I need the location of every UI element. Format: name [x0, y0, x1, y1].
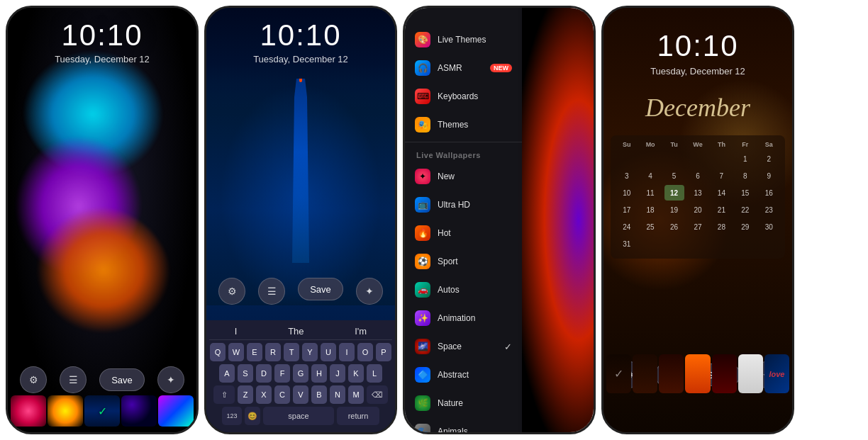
- key-t[interactable]: T: [284, 343, 299, 361]
- menu-item-animation[interactable]: ✨ Animation: [405, 304, 522, 332]
- s2-gear-icon[interactable]: ✦: [356, 278, 383, 305]
- key-y[interactable]: Y: [302, 343, 318, 361]
- key-u[interactable]: U: [321, 343, 336, 361]
- key-n[interactable]: N: [330, 385, 345, 404]
- cal-cell: 3: [617, 168, 637, 184]
- key-b[interactable]: B: [311, 385, 327, 404]
- menu-item-autos[interactable]: 🚗 Autos: [405, 276, 522, 304]
- menu-item-asmr[interactable]: 🎧 ASMR NEW: [405, 54, 522, 82]
- key-l[interactable]: L: [367, 364, 382, 383]
- cal-cell: [735, 236, 755, 252]
- thumb-neon[interactable]: [158, 395, 194, 427]
- s4-thumb-love[interactable]: love: [764, 354, 789, 393]
- cal-mo: Mo: [640, 141, 660, 148]
- key-f[interactable]: F: [274, 364, 290, 383]
- key-emoji[interactable]: 😊: [245, 407, 260, 425]
- menu-item-sport[interactable]: ⚽ Sport: [405, 247, 522, 276]
- s2-save-button[interactable]: Save: [298, 278, 343, 300]
- menu-item-hot[interactable]: 🔥 Hot: [405, 219, 522, 247]
- suggestion-3[interactable]: I'm: [355, 326, 367, 337]
- asmr-badge: NEW: [490, 64, 512, 72]
- key-return[interactable]: return: [337, 407, 379, 425]
- s4-month-label: December: [603, 93, 792, 123]
- gear-icon[interactable]: ✦: [157, 366, 184, 393]
- menu-item-space[interactable]: 🌌 Space ✓: [405, 332, 522, 361]
- menu-item-new[interactable]: ✦ New: [405, 162, 522, 191]
- cal-cell: 22: [735, 202, 755, 218]
- keyboards-icon: ⌨: [415, 89, 430, 104]
- cal-cell: [664, 236, 684, 252]
- asmr-label: ASMR: [438, 63, 483, 73]
- cal-sa: Sa: [759, 141, 779, 148]
- keyboard[interactable]: I The I'm Q W E R T Y U I O P A S D F G …: [206, 320, 395, 432]
- key-q[interactable]: Q: [210, 343, 226, 361]
- thumb-burst[interactable]: [48, 395, 83, 427]
- s4-time: 10:10: [603, 29, 792, 63]
- autos-icon: 🚗: [415, 282, 430, 298]
- key-h[interactable]: H: [311, 364, 327, 383]
- cal-cell: 30: [759, 219, 779, 235]
- settings-icon[interactable]: ⚙: [20, 366, 47, 393]
- s2-list-icon[interactable]: ☰: [258, 278, 285, 305]
- animals-label: Animals: [438, 427, 512, 434]
- keyboard-row-4: 123 😊 space return: [209, 407, 392, 425]
- save-button[interactable]: Save: [99, 368, 145, 391]
- cal-row-4: 17 18 19 20 21 22 23: [615, 202, 781, 218]
- key-z[interactable]: Z: [238, 385, 253, 404]
- cal-cell: 11: [640, 185, 660, 201]
- key-o[interactable]: O: [357, 343, 373, 361]
- autos-label: Autos: [438, 285, 512, 295]
- menu-item-keyboards[interactable]: ⌨ Keyboards: [405, 82, 522, 111]
- menu-item-nature[interactable]: 🌿 Nature: [405, 389, 522, 417]
- menu-item-live-themes[interactable]: 🎨 Live Themes: [405, 26, 522, 54]
- live-themes-label: Live Themes: [438, 35, 512, 45]
- menu-item-abstract[interactable]: 🔷 Abstract: [405, 361, 522, 389]
- s2-settings-icon[interactable]: ⚙: [218, 278, 245, 305]
- s4-thumb-1[interactable]: ✓: [606, 354, 631, 393]
- key-shift[interactable]: ⇧: [213, 385, 235, 404]
- suggestion-2[interactable]: The: [288, 326, 304, 337]
- key-123[interactable]: 123: [222, 407, 242, 425]
- key-k[interactable]: K: [348, 364, 364, 383]
- key-w[interactable]: W: [228, 343, 244, 361]
- key-x[interactable]: X: [256, 385, 272, 404]
- suggestion-1[interactable]: I: [235, 326, 238, 337]
- cal-fr: Fr: [735, 141, 755, 148]
- thumb-city-selected[interactable]: ✓: [84, 395, 120, 427]
- menu-item-ultrahd[interactable]: 📺 Ultra HD: [405, 191, 522, 219]
- key-i[interactable]: I: [339, 343, 355, 361]
- menu-item-animals[interactable]: 🐾 Animals: [405, 417, 522, 434]
- nature-icon: 🌿: [415, 395, 430, 411]
- screen-3: 🎨 Live Themes 🎧 ASMR NEW ⌨ Keyboards 🎭 T…: [403, 6, 596, 434]
- s4-thumb-5[interactable]: [712, 354, 737, 393]
- space-check-icon: ✓: [504, 342, 512, 352]
- cal-cell: [664, 151, 684, 167]
- key-r[interactable]: R: [265, 343, 281, 361]
- key-g[interactable]: G: [293, 364, 308, 383]
- key-v[interactable]: V: [293, 385, 308, 404]
- key-s[interactable]: S: [238, 364, 253, 383]
- thumb-space[interactable]: [121, 395, 157, 427]
- cal-cell: 8: [735, 168, 755, 184]
- key-delete[interactable]: ⌫: [367, 385, 388, 404]
- key-p[interactable]: P: [376, 343, 391, 361]
- key-c[interactable]: C: [274, 385, 290, 404]
- s4-thumb-6[interactable]: [738, 354, 763, 393]
- s4-thumb-4[interactable]: [685, 354, 710, 393]
- s4-thumb-3[interactable]: [659, 354, 684, 393]
- nature-label: Nature: [438, 398, 512, 408]
- key-d[interactable]: D: [256, 364, 272, 383]
- menu-item-themes[interactable]: 🎭 Themes: [405, 111, 522, 139]
- cal-today: 12: [664, 185, 684, 201]
- key-m[interactable]: M: [348, 385, 364, 404]
- thumb-flower[interactable]: [11, 395, 46, 427]
- s4-thumb-2[interactable]: [633, 354, 657, 393]
- key-e[interactable]: E: [247, 343, 262, 361]
- key-a[interactable]: A: [219, 364, 235, 383]
- cal-cell: 17: [617, 202, 637, 218]
- navigation-menu: 🎨 Live Themes 🎧 ASMR NEW ⌨ Keyboards 🎭 T…: [405, 8, 522, 432]
- key-j[interactable]: J: [330, 364, 345, 383]
- cal-cell: [711, 151, 731, 167]
- list-icon[interactable]: ☰: [60, 366, 87, 393]
- key-space[interactable]: space: [263, 407, 334, 425]
